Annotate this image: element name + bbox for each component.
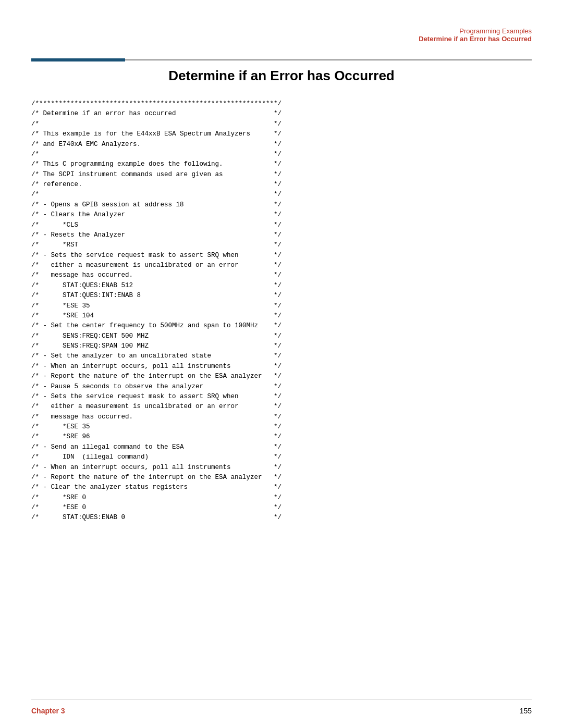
breadcrumb-top: Programming Examples xyxy=(419,27,532,35)
footer-chapter: Chapter 3 xyxy=(31,707,65,715)
footer-page-number: 155 xyxy=(520,707,532,715)
page-title: Determine if an Error has Occurred xyxy=(31,68,532,84)
page-container: Programming Examples Determine if an Err… xyxy=(0,0,563,728)
blue-accent-bar xyxy=(31,58,125,61)
breadcrumb-sub: Determine if an Error has Occurred xyxy=(419,35,532,43)
code-block: /***************************************… xyxy=(31,99,532,523)
top-rule xyxy=(31,58,532,61)
bottom-rule xyxy=(31,699,532,699)
header-nav: Programming Examples Determine if an Err… xyxy=(419,27,532,43)
footer: Chapter 3 155 xyxy=(31,707,532,715)
horizontal-rule xyxy=(125,59,532,60)
